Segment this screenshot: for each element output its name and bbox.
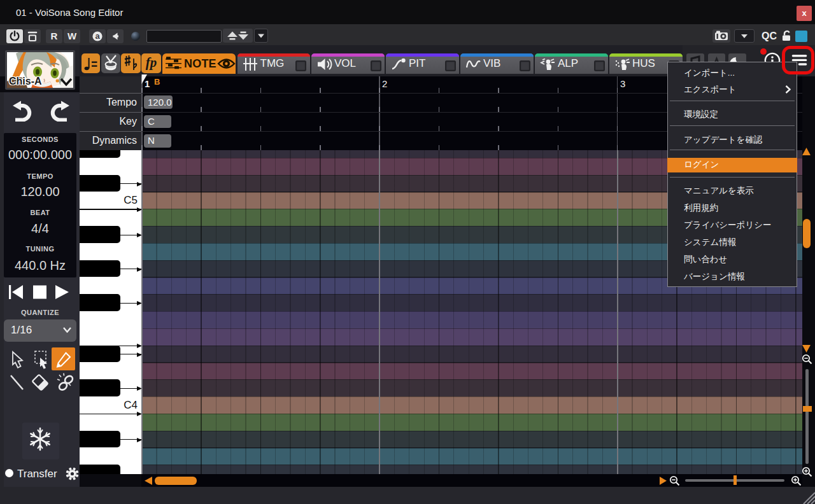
svg-text:a: a [95, 31, 100, 41]
